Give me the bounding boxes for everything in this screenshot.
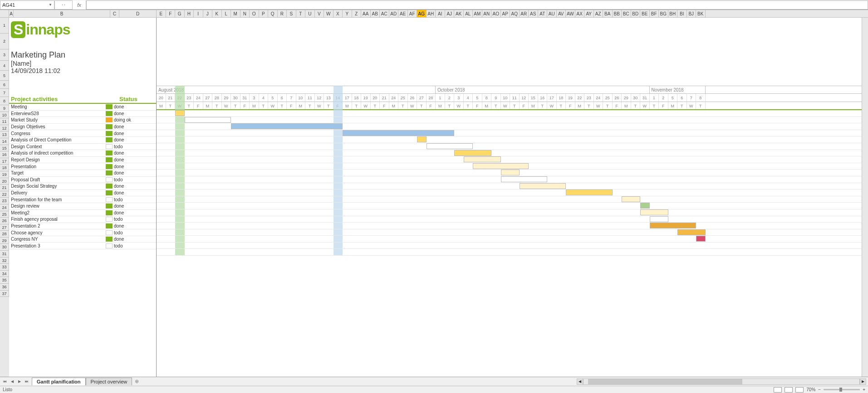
activity-row[interactable]: Analysis of indirect competitiondone bbox=[9, 150, 156, 157]
row-header-26[interactable]: 26 bbox=[0, 218, 9, 224]
col-header-AO[interactable]: AO bbox=[491, 10, 501, 17]
col-header-AX[interactable]: AX bbox=[575, 10, 585, 17]
col-header-AE[interactable]: AE bbox=[398, 10, 408, 17]
col-header-AP[interactable]: AP bbox=[501, 10, 510, 17]
vertical-scrollbar[interactable] bbox=[862, 18, 868, 377]
col-header-BJ[interactable]: BJ bbox=[687, 10, 696, 17]
col-header-BF[interactable]: BF bbox=[650, 10, 659, 17]
row-header-16[interactable]: 16 bbox=[0, 151, 9, 158]
row-header-30[interactable]: 30 bbox=[0, 244, 9, 251]
activity-row[interactable]: EnterviewS28done bbox=[9, 111, 156, 117]
col-header-AU[interactable]: AU bbox=[547, 10, 557, 17]
col-header-P[interactable]: P bbox=[259, 10, 269, 17]
activity-row[interactable]: Presentation 2done bbox=[9, 223, 156, 230]
gantt-bar[interactable] bbox=[473, 163, 529, 169]
col-header-AF[interactable]: AF bbox=[408, 10, 417, 17]
activity-row[interactable]: Design Objetivesdone bbox=[9, 124, 156, 131]
col-header-AY[interactable]: AY bbox=[584, 10, 594, 17]
gantt-bar[interactable] bbox=[454, 150, 491, 156]
col-header-AS[interactable]: AS bbox=[529, 10, 538, 17]
col-header-H[interactable]: H bbox=[185, 10, 194, 17]
row-header-29[interactable]: 29 bbox=[0, 238, 9, 244]
gantt-bar[interactable] bbox=[231, 123, 343, 129]
activity-row[interactable]: Finish agency proposaltodo bbox=[9, 216, 156, 223]
col-header-O[interactable]: O bbox=[250, 10, 259, 17]
col-header-AA[interactable]: AA bbox=[361, 10, 371, 17]
col-header-S[interactable]: S bbox=[287, 10, 296, 17]
gantt-bar[interactable] bbox=[677, 229, 706, 235]
row-header-5[interactable]: 5 bbox=[0, 71, 9, 81]
gantt-bar[interactable] bbox=[650, 223, 696, 228]
col-header-BK[interactable]: BK bbox=[696, 10, 706, 17]
activity-row[interactable]: Design Contexttodo bbox=[9, 144, 156, 150]
col-header-T[interactable]: T bbox=[296, 10, 306, 17]
col-header-AT[interactable]: AT bbox=[538, 10, 548, 17]
gantt-bar[interactable] bbox=[622, 196, 640, 202]
row-header-27[interactable]: 27 bbox=[0, 224, 9, 231]
row-header-31[interactable]: 31 bbox=[0, 251, 9, 257]
row-header-8[interactable]: 8 bbox=[0, 97, 9, 105]
col-header-Z[interactable]: Z bbox=[352, 10, 362, 17]
row-header-15[interactable]: 15 bbox=[0, 145, 9, 152]
col-header-B[interactable]: B bbox=[14, 10, 110, 17]
col-header-N[interactable]: N bbox=[240, 10, 250, 17]
row-header-19[interactable]: 19 bbox=[0, 171, 9, 178]
row-header-33[interactable]: 33 bbox=[0, 264, 9, 271]
col-header-L[interactable]: L bbox=[222, 10, 231, 17]
gantt-bar[interactable] bbox=[417, 136, 427, 142]
gantt-bar[interactable] bbox=[566, 189, 613, 195]
col-header-J[interactable]: J bbox=[203, 10, 213, 17]
col-header-BA[interactable]: BA bbox=[603, 10, 613, 17]
fx-icon[interactable]: fx bbox=[73, 0, 86, 10]
activity-row[interactable]: Market Studydoing ok bbox=[9, 117, 156, 124]
col-header-R[interactable]: R bbox=[278, 10, 287, 17]
activity-row[interactable]: Presentation for the teamtodo bbox=[9, 196, 156, 203]
col-header-AZ[interactable]: AZ bbox=[594, 10, 603, 17]
name-box[interactable]: AG41 ▼ bbox=[0, 0, 54, 10]
col-header-BH[interactable]: BH bbox=[668, 10, 678, 17]
formula-expand[interactable]: ‹ › bbox=[54, 0, 73, 10]
col-header-U[interactable]: U bbox=[305, 10, 315, 17]
col-header-BI[interactable]: BI bbox=[677, 10, 687, 17]
row-header-7[interactable]: 7 bbox=[0, 89, 9, 97]
col-header-AJ[interactable]: AJ bbox=[445, 10, 455, 17]
gantt-bar[interactable] bbox=[464, 156, 501, 162]
col-header-BE[interactable]: BE bbox=[640, 10, 650, 17]
row-header-1[interactable]: 1 bbox=[0, 18, 9, 34]
col-header-W[interactable]: W bbox=[324, 10, 333, 17]
activity-row[interactable]: Meetingdone bbox=[9, 104, 156, 111]
row-header-13[interactable]: 13 bbox=[0, 131, 9, 138]
col-header-BD[interactable]: BD bbox=[631, 10, 641, 17]
activity-row[interactable]: Report Designdone bbox=[9, 157, 156, 164]
row-header-2[interactable]: 2 bbox=[0, 34, 9, 49]
select-all-corner[interactable] bbox=[0, 10, 9, 17]
name-box-dropdown-icon[interactable]: ▼ bbox=[49, 3, 52, 7]
row-header-36[interactable]: 36 bbox=[0, 284, 9, 291]
gantt-bar[interactable] bbox=[650, 216, 668, 222]
gantt-bar[interactable] bbox=[640, 209, 668, 215]
row-header-12[interactable]: 12 bbox=[0, 125, 9, 132]
activity-row[interactable]: Design Social Strategydone bbox=[9, 183, 156, 190]
gantt-bar[interactable] bbox=[501, 170, 520, 175]
col-header-AW[interactable]: AW bbox=[566, 10, 575, 17]
col-header-D[interactable]: D bbox=[119, 10, 157, 17]
row-header-35[interactable]: 35 bbox=[0, 277, 9, 284]
gantt-bar[interactable] bbox=[696, 236, 706, 242]
activity-row[interactable]: Analysis of Direct Competitiondone bbox=[9, 137, 156, 144]
row-header-34[interactable]: 34 bbox=[0, 271, 9, 277]
activity-row[interactable]: Presentation 3todo bbox=[9, 243, 156, 249]
activity-row[interactable]: Design reviewdone bbox=[9, 203, 156, 210]
row-header-32[interactable]: 32 bbox=[0, 257, 9, 264]
col-header-I[interactable]: I bbox=[194, 10, 203, 17]
activity-row[interactable]: Deliverydone bbox=[9, 190, 156, 197]
row-header-18[interactable]: 18 bbox=[0, 165, 9, 171]
gantt-bar[interactable] bbox=[427, 143, 473, 149]
row-header-22[interactable]: 22 bbox=[0, 191, 9, 198]
col-header-F[interactable]: F bbox=[166, 10, 176, 17]
col-header-AQ[interactable]: AQ bbox=[510, 10, 520, 17]
row-header-20[interactable]: 20 bbox=[0, 178, 9, 185]
activity-row[interactable]: Presentationdone bbox=[9, 163, 156, 170]
row-header-9[interactable]: 9 bbox=[0, 105, 9, 112]
col-header-V[interactable]: V bbox=[315, 10, 324, 17]
gantt-bar[interactable] bbox=[343, 130, 454, 136]
